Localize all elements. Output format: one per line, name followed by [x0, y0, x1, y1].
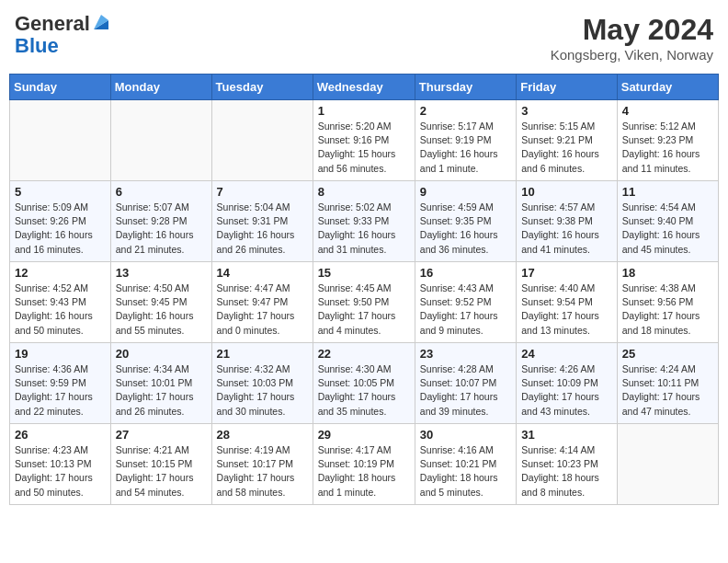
- day-info: Sunrise: 4:52 AM Sunset: 9:43 PM Dayligh…: [15, 282, 106, 338]
- week-row-2: 5Sunrise: 5:09 AM Sunset: 9:26 PM Daylig…: [10, 181, 719, 262]
- day-number: 11: [622, 185, 713, 199]
- calendar-cell: 4Sunrise: 5:12 AM Sunset: 9:23 PM Daylig…: [617, 100, 718, 181]
- week-row-5: 26Sunrise: 4:23 AM Sunset: 10:13 PM Dayl…: [10, 424, 719, 505]
- day-info: Sunrise: 4:34 AM Sunset: 10:01 PM Daylig…: [116, 362, 207, 419]
- day-info: Sunrise: 4:26 AM Sunset: 10:09 PM Daylig…: [521, 362, 612, 419]
- calendar-cell: 1Sunrise: 5:20 AM Sunset: 9:16 PM Daylig…: [313, 100, 415, 181]
- calendar-cell: [211, 100, 313, 181]
- weekday-header-wednesday: Wednesday: [313, 75, 415, 100]
- calendar-cell: 7Sunrise: 5:04 AM Sunset: 9:31 PM Daylig…: [211, 181, 313, 262]
- day-number: 29: [318, 428, 410, 442]
- calendar-table: SundayMondayTuesdayWednesdayThursdayFrid…: [9, 74, 719, 505]
- calendar-cell: [617, 424, 718, 505]
- calendar-cell: 30Sunrise: 4:16 AM Sunset: 10:21 PM Dayl…: [415, 424, 516, 505]
- calendar-cell: 2Sunrise: 5:17 AM Sunset: 9:19 PM Daylig…: [415, 100, 516, 181]
- day-number: 22: [318, 347, 410, 361]
- day-number: 10: [521, 185, 612, 199]
- day-number: 15: [318, 266, 410, 280]
- day-number: 14: [217, 266, 308, 280]
- calendar-cell: 5Sunrise: 5:09 AM Sunset: 9:26 PM Daylig…: [10, 181, 111, 262]
- week-row-3: 12Sunrise: 4:52 AM Sunset: 9:43 PM Dayli…: [10, 262, 719, 343]
- day-number: 3: [521, 104, 612, 118]
- calendar-cell: 27Sunrise: 4:21 AM Sunset: 10:15 PM Dayl…: [110, 424, 211, 505]
- calendar-cell: 13Sunrise: 4:50 AM Sunset: 9:45 PM Dayli…: [110, 262, 211, 343]
- calendar-cell: 19Sunrise: 4:36 AM Sunset: 9:59 PM Dayli…: [10, 343, 111, 424]
- day-info: Sunrise: 4:24 AM Sunset: 10:11 PM Daylig…: [622, 362, 713, 419]
- day-number: 17: [521, 266, 612, 280]
- day-info: Sunrise: 4:57 AM Sunset: 9:38 PM Dayligh…: [521, 201, 612, 257]
- logo-icon: [92, 13, 110, 31]
- logo-blue: Blue: [15, 35, 110, 57]
- weekday-header-sunday: Sunday: [10, 75, 111, 100]
- day-number: 19: [15, 347, 106, 361]
- day-number: 27: [116, 428, 207, 442]
- title-block: May 2024 Kongsberg, Viken, Norway: [551, 13, 713, 63]
- calendar-cell: 17Sunrise: 4:40 AM Sunset: 9:54 PM Dayli…: [517, 262, 618, 343]
- day-number: 6: [116, 185, 207, 199]
- weekday-header-friday: Friday: [517, 75, 618, 100]
- day-number: 31: [521, 428, 612, 442]
- day-number: 8: [318, 185, 410, 199]
- day-info: Sunrise: 5:09 AM Sunset: 9:26 PM Dayligh…: [15, 201, 106, 257]
- day-number: 4: [622, 104, 713, 118]
- day-number: 23: [420, 347, 511, 361]
- day-number: 21: [217, 347, 308, 361]
- day-info: Sunrise: 5:07 AM Sunset: 9:28 PM Dayligh…: [116, 201, 207, 257]
- day-number: 9: [420, 185, 511, 199]
- day-info: Sunrise: 4:28 AM Sunset: 10:07 PM Daylig…: [420, 362, 511, 419]
- calendar-cell: 6Sunrise: 5:07 AM Sunset: 9:28 PM Daylig…: [110, 181, 211, 262]
- day-info: Sunrise: 4:54 AM Sunset: 9:40 PM Dayligh…: [622, 201, 713, 257]
- calendar-cell: 15Sunrise: 4:45 AM Sunset: 9:50 PM Dayli…: [313, 262, 415, 343]
- day-number: 24: [521, 347, 612, 361]
- day-info: Sunrise: 4:43 AM Sunset: 9:52 PM Dayligh…: [420, 282, 511, 338]
- calendar-cell: 11Sunrise: 4:54 AM Sunset: 9:40 PM Dayli…: [617, 181, 718, 262]
- day-info: Sunrise: 4:40 AM Sunset: 9:54 PM Dayligh…: [521, 282, 612, 338]
- day-info: Sunrise: 5:15 AM Sunset: 9:21 PM Dayligh…: [521, 120, 612, 176]
- day-info: Sunrise: 4:36 AM Sunset: 9:59 PM Dayligh…: [15, 362, 106, 419]
- day-info: Sunrise: 4:30 AM Sunset: 10:05 PM Daylig…: [318, 362, 410, 419]
- weekday-header-row: SundayMondayTuesdayWednesdayThursdayFrid…: [10, 75, 719, 100]
- calendar-cell: 22Sunrise: 4:30 AM Sunset: 10:05 PM Dayl…: [313, 343, 415, 424]
- day-number: 12: [15, 266, 106, 280]
- day-number: 30: [420, 428, 511, 442]
- day-info: Sunrise: 4:45 AM Sunset: 9:50 PM Dayligh…: [318, 282, 410, 338]
- day-number: 7: [217, 185, 308, 199]
- calendar-cell: 28Sunrise: 4:19 AM Sunset: 10:17 PM Dayl…: [211, 424, 313, 505]
- day-info: Sunrise: 4:17 AM Sunset: 10:19 PM Daylig…: [318, 443, 410, 500]
- day-info: Sunrise: 4:32 AM Sunset: 10:03 PM Daylig…: [217, 362, 308, 419]
- calendar-cell: 31Sunrise: 4:14 AM Sunset: 10:23 PM Dayl…: [517, 424, 618, 505]
- day-info: Sunrise: 4:21 AM Sunset: 10:15 PM Daylig…: [116, 443, 207, 500]
- day-info: Sunrise: 4:38 AM Sunset: 9:56 PM Dayligh…: [622, 282, 713, 338]
- calendar-cell: 16Sunrise: 4:43 AM Sunset: 9:52 PM Dayli…: [415, 262, 516, 343]
- logo-general: General: [15, 13, 90, 35]
- logo: General Blue: [15, 13, 110, 57]
- calendar-cell: 10Sunrise: 4:57 AM Sunset: 9:38 PM Dayli…: [517, 181, 618, 262]
- day-number: 20: [116, 347, 207, 361]
- day-info: Sunrise: 5:04 AM Sunset: 9:31 PM Dayligh…: [217, 201, 308, 257]
- calendar-cell: 9Sunrise: 4:59 AM Sunset: 9:35 PM Daylig…: [415, 181, 516, 262]
- day-info: Sunrise: 4:59 AM Sunset: 9:35 PM Dayligh…: [420, 201, 511, 257]
- calendar-cell: 14Sunrise: 4:47 AM Sunset: 9:47 PM Dayli…: [211, 262, 313, 343]
- day-info: Sunrise: 5:02 AM Sunset: 9:33 PM Dayligh…: [318, 201, 410, 257]
- calendar-cell: 23Sunrise: 4:28 AM Sunset: 10:07 PM Dayl…: [415, 343, 516, 424]
- calendar-cell: 18Sunrise: 4:38 AM Sunset: 9:56 PM Dayli…: [617, 262, 718, 343]
- weekday-header-tuesday: Tuesday: [211, 75, 313, 100]
- week-row-1: 1Sunrise: 5:20 AM Sunset: 9:16 PM Daylig…: [10, 100, 719, 181]
- day-info: Sunrise: 4:50 AM Sunset: 9:45 PM Dayligh…: [116, 282, 207, 338]
- day-number: 28: [217, 428, 308, 442]
- calendar-cell: [110, 100, 211, 181]
- day-number: 16: [420, 266, 511, 280]
- month-year: May 2024: [551, 13, 713, 47]
- calendar-cell: 21Sunrise: 4:32 AM Sunset: 10:03 PM Dayl…: [211, 343, 313, 424]
- page-header: General Blue May 2024 Kongsberg, Viken, …: [9, 9, 719, 66]
- calendar-cell: 8Sunrise: 5:02 AM Sunset: 9:33 PM Daylig…: [313, 181, 415, 262]
- day-info: Sunrise: 4:23 AM Sunset: 10:13 PM Daylig…: [15, 443, 106, 500]
- calendar-cell: 29Sunrise: 4:17 AM Sunset: 10:19 PM Dayl…: [313, 424, 415, 505]
- day-info: Sunrise: 4:19 AM Sunset: 10:17 PM Daylig…: [217, 443, 308, 500]
- week-row-4: 19Sunrise: 4:36 AM Sunset: 9:59 PM Dayli…: [10, 343, 719, 424]
- weekday-header-saturday: Saturday: [617, 75, 718, 100]
- day-number: 13: [116, 266, 207, 280]
- day-info: Sunrise: 5:17 AM Sunset: 9:19 PM Dayligh…: [420, 120, 511, 176]
- day-number: 18: [622, 266, 713, 280]
- day-info: Sunrise: 4:16 AM Sunset: 10:21 PM Daylig…: [420, 443, 511, 500]
